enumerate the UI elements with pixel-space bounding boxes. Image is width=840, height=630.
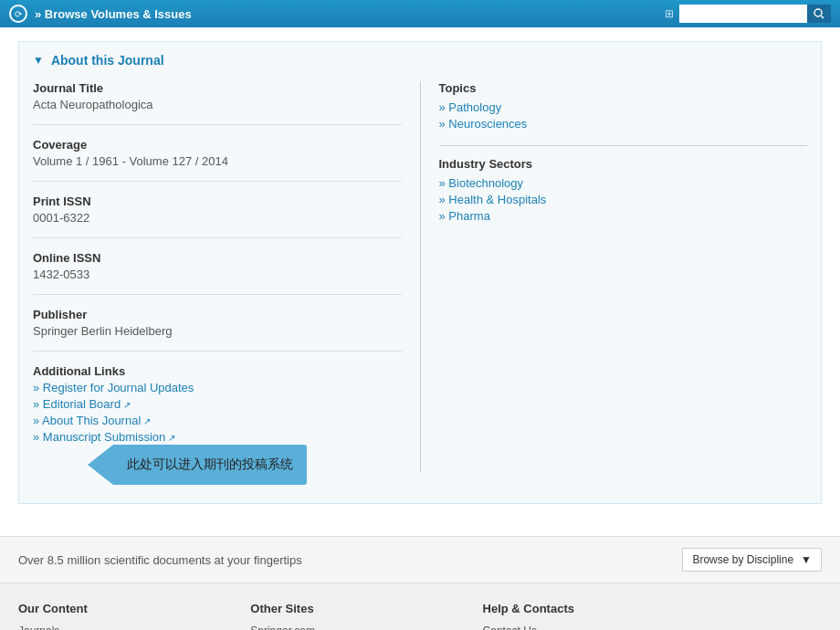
footer-col-help: Help & Contacts Contact Us Feedback Comm… <box>483 602 715 630</box>
topics-label: Topics <box>439 81 808 95</box>
coverage-label: Coverage <box>33 138 402 152</box>
topics-section: Topics » Pathology » Neurosciences <box>439 81 808 131</box>
search-input[interactable] <box>679 5 807 23</box>
footer-link-springer[interactable]: Springer.com <box>250 625 464 630</box>
arrow-pointer <box>88 445 113 485</box>
journal-title-value: Acta Neuropathologica <box>33 98 402 111</box>
external-icon: ↗ <box>123 400 131 410</box>
external-icon-2: ↗ <box>143 416 151 426</box>
print-issn-group: Print ISSN 0001-6322 <box>33 194 402 238</box>
header: ⟳ » Browse Volumes & Issues ⊞ <box>0 0 840 27</box>
about-right-col: Topics » Pathology » Neurosciences Indus… <box>420 81 808 472</box>
annotation-text: 此处可以进入期刊的投稿系统 <box>127 457 293 473</box>
about-grid: Journal Title Acta Neuropathologica Cove… <box>33 81 807 472</box>
topic-neurosciences[interactable]: » Neurosciences <box>439 117 808 131</box>
about-section-title: About this Journal <box>51 53 164 68</box>
publisher-label: Publisher <box>33 308 402 321</box>
industry-section: Industry Sectors » Biotechnology » Healt… <box>439 157 808 223</box>
search-area: ⊞ <box>665 5 831 23</box>
footer-col1-title: Our Content <box>18 602 232 615</box>
publisher-group: Publisher Springer Berlin Heidelberg <box>33 308 402 352</box>
industry-biotech[interactable]: » Biotechnology <box>439 176 808 190</box>
print-issn-value: 0001-6322 <box>33 211 402 225</box>
footer-link-contact[interactable]: Contact Us <box>483 625 697 630</box>
footer-col3-title: Help & Contacts <box>483 602 697 615</box>
search-button[interactable] <box>807 5 831 23</box>
link-register[interactable]: » Register for Journal Updates <box>33 381 402 394</box>
coverage-value: Volume 1 / 1961 - Volume 127 / 2014 <box>33 154 402 168</box>
collapse-arrow-icon[interactable]: ▼ <box>33 54 44 67</box>
online-issn-value: 1432-0533 <box>33 268 402 281</box>
arrow-annotation: 此处可以进入期刊的投稿系统 <box>88 445 307 485</box>
clock-icon: ⟳ <box>9 5 27 23</box>
external-icon-3: ↗ <box>168 433 175 443</box>
journal-title-group: Journal Title Acta Neuropathologica <box>33 81 402 125</box>
publisher-value: Springer Berlin Heidelberg <box>33 324 402 338</box>
discipline-label: Browse by Discipline <box>692 553 793 566</box>
about-section: ▼ About this Journal Journal Title Acta … <box>18 41 822 504</box>
search-icon <box>814 8 824 19</box>
topic-pathology[interactable]: » Pathology <box>439 100 808 114</box>
footer: Our Content Journals Books Book Series P… <box>0 583 840 630</box>
link-editorial[interactable]: » Editorial Board↗ <box>33 397 402 411</box>
journal-title-label: Journal Title <box>33 81 402 95</box>
browse-title: » Browse Volumes & Issues <box>35 7 192 21</box>
industry-health[interactable]: » Health & Hospitals <box>439 193 808 206</box>
about-left-col: Journal Title Acta Neuropathologica Cove… <box>33 81 420 472</box>
discipline-dropdown[interactable]: Browse by Discipline ▼ <box>682 548 822 572</box>
footer-link-journals[interactable]: Journals <box>18 625 232 630</box>
bottom-bar-text: Over 8.5 million scientific documents at… <box>18 553 302 567</box>
header-left: ⟳ » Browse Volumes & Issues <box>9 5 665 23</box>
arrow-body: 此处可以进入期刊的投稿系统 <box>113 445 307 485</box>
print-issn-label: Print ISSN <box>33 194 402 208</box>
footer-grid: Our Content Journals Books Book Series P… <box>18 602 822 630</box>
footer-col-other: Other Sites Springer.com SpringerImages … <box>250 602 482 630</box>
main-content: ▼ About this Journal Journal Title Acta … <box>0 27 840 536</box>
coverage-group: Coverage Volume 1 / 1961 - Volume 127 / … <box>33 138 402 182</box>
bottom-bar: Over 8.5 million scientific documents at… <box>0 536 840 583</box>
footer-col2-title: Other Sites <box>250 602 464 615</box>
svg-line-1 <box>822 16 824 19</box>
online-issn-group: Online ISSN 1432-0533 <box>33 251 402 295</box>
grid-icon: ⊞ <box>665 7 674 20</box>
footer-logo-col <box>715 602 822 630</box>
about-header: ▼ About this Journal <box>33 53 807 68</box>
svg-point-0 <box>814 9 822 16</box>
link-manuscript[interactable]: » Manuscript Submission↗ <box>33 430 402 444</box>
industry-pharma[interactable]: » Pharma <box>439 209 808 223</box>
additional-links-label: Additional Links <box>33 364 402 378</box>
chevron-down-icon: ▼ <box>801 553 812 566</box>
link-about[interactable]: » About This Journal↗ <box>33 414 402 427</box>
footer-col-content: Our Content Journals Books Book Series P… <box>18 602 250 630</box>
industry-label: Industry Sectors <box>439 157 808 171</box>
online-issn-label: Online ISSN <box>33 251 402 265</box>
